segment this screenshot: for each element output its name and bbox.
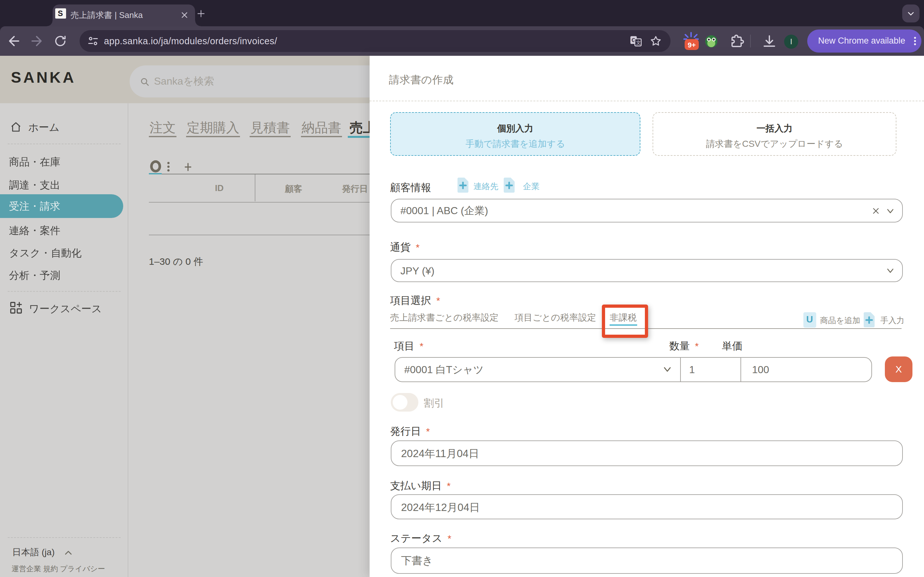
svg-text:9+: 9+ xyxy=(688,41,696,49)
svg-text:文: 文 xyxy=(636,39,641,45)
